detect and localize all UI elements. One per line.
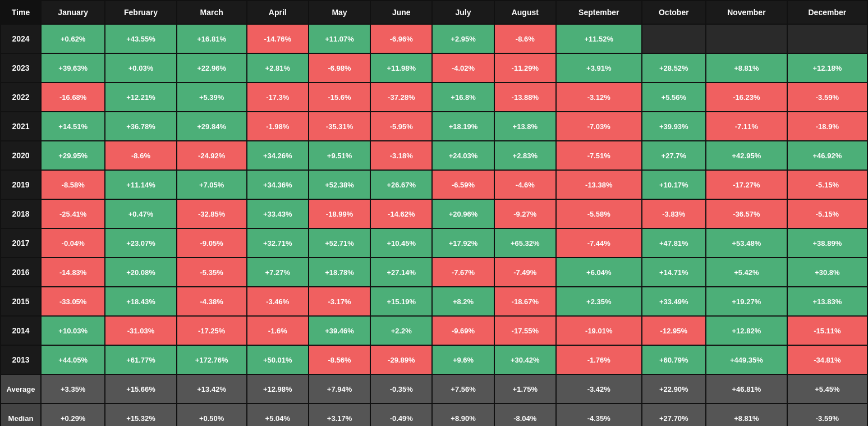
data-cell: +36.78% — [105, 112, 176, 141]
data-cell: -11.29% — [494, 53, 556, 83]
data-cell: -3.12% — [556, 83, 642, 112]
data-cell: -8.6% — [494, 24, 556, 53]
data-cell: -5.15% — [787, 199, 867, 228]
data-cell — [787, 24, 867, 53]
data-cell: +39.63% — [41, 53, 105, 83]
average-label: Average — [1, 374, 41, 404]
data-cell: +13.83% — [787, 287, 867, 316]
data-cell: +12.18% — [787, 53, 867, 83]
table-row: 2014+10.03%-31.03%-17.25%-1.6%+39.46%+2.… — [1, 316, 867, 345]
data-cell: +43.55% — [105, 24, 176, 53]
data-cell: -9.05% — [177, 228, 247, 258]
data-cell: +38.89% — [787, 228, 867, 258]
table-row: 2017-0.04%+23.07%-9.05%+32.71%+52.71%+10… — [1, 228, 867, 258]
data-cell: -7.49% — [494, 258, 556, 287]
data-cell: +29.95% — [41, 141, 105, 170]
data-cell: +15.19% — [370, 287, 432, 316]
data-cell: +60.79% — [642, 345, 706, 374]
median-cell: +27.70% — [642, 404, 706, 426]
data-cell: +52.71% — [309, 228, 370, 258]
data-cell: -32.85% — [177, 199, 247, 228]
header-december: December — [787, 1, 867, 24]
data-cell: -36.57% — [706, 199, 787, 228]
data-cell: +0.03% — [105, 53, 176, 83]
data-cell: +14.51% — [41, 112, 105, 141]
data-cell: -7.44% — [556, 228, 642, 258]
median-label: Median — [1, 404, 41, 426]
table-row: 2019-8.58%+11.14%+7.05%+34.36%+52.38%+26… — [1, 170, 867, 199]
data-cell: -14.76% — [247, 24, 309, 53]
data-cell: -4.6% — [494, 170, 556, 199]
data-cell: -33.05% — [41, 287, 105, 316]
data-table: TimeJanuaryFebruaryMarchAprilMayJuneJuly… — [0, 0, 868, 426]
table-row: 2013+44.05%+61.77%+172.76%+50.01%-8.56%-… — [1, 345, 867, 374]
average-cell: -0.35% — [370, 374, 432, 404]
data-cell: +61.77% — [105, 345, 176, 374]
data-cell: -14.62% — [370, 199, 432, 228]
data-cell: -16.23% — [706, 83, 787, 112]
table-row: 2020+29.95%-8.6%-24.92%+34.26%+9.51%-3.1… — [1, 141, 867, 170]
data-cell: -7.03% — [556, 112, 642, 141]
data-cell: -18.9% — [787, 112, 867, 141]
data-cell — [706, 24, 787, 53]
data-cell: -31.03% — [105, 316, 176, 345]
header-february: February — [105, 1, 176, 24]
header-may: May — [309, 1, 370, 24]
median-cell: -3.59% — [787, 404, 867, 426]
average-cell: +15.66% — [105, 374, 176, 404]
average-cell: +13.42% — [177, 374, 247, 404]
data-cell: -6.96% — [370, 24, 432, 53]
data-cell: +46.92% — [787, 141, 867, 170]
data-cell: -5.95% — [370, 112, 432, 141]
data-cell: +5.42% — [706, 258, 787, 287]
data-cell: -29.89% — [370, 345, 432, 374]
median-cell: +0.29% — [41, 404, 105, 426]
data-cell: +12.82% — [706, 316, 787, 345]
data-cell: -1.98% — [247, 112, 309, 141]
data-cell: +26.67% — [370, 170, 432, 199]
data-cell: -7.51% — [556, 141, 642, 170]
average-cell: +3.35% — [41, 374, 105, 404]
data-cell: +7.05% — [177, 170, 247, 199]
data-cell: +449.35% — [706, 345, 787, 374]
data-cell: +39.93% — [642, 112, 706, 141]
average-cell: +7.56% — [432, 374, 494, 404]
header-june: June — [370, 1, 432, 24]
median-row: Median+0.29%+15.32%+0.50%+5.04%+3.17%-0.… — [1, 404, 867, 426]
data-cell: +12.21% — [105, 83, 176, 112]
median-cell: -0.49% — [370, 404, 432, 426]
data-cell: -6.98% — [309, 53, 370, 83]
year-cell-2018: 2018 — [1, 199, 41, 228]
table-row: 2015-33.05%+18.43%-4.38%-3.46%-3.17%+15.… — [1, 287, 867, 316]
data-cell: -4.38% — [177, 287, 247, 316]
data-cell: +34.26% — [247, 141, 309, 170]
data-cell: +172.76% — [177, 345, 247, 374]
data-cell: -0.04% — [41, 228, 105, 258]
median-cell: +0.50% — [177, 404, 247, 426]
data-cell: +10.03% — [41, 316, 105, 345]
data-cell: +13.8% — [494, 112, 556, 141]
data-cell: -1.76% — [556, 345, 642, 374]
average-cell: +22.90% — [642, 374, 706, 404]
data-cell: -8.6% — [105, 141, 176, 170]
header-april: April — [247, 1, 309, 24]
data-cell: -8.56% — [309, 345, 370, 374]
data-cell: +0.62% — [41, 24, 105, 53]
data-cell: +5.56% — [642, 83, 706, 112]
data-cell: +0.47% — [105, 199, 176, 228]
data-cell: -3.17% — [309, 287, 370, 316]
table-row: 2016-14.83%+20.08%-5.35%+7.27%+18.78%+27… — [1, 258, 867, 287]
data-cell: +32.71% — [247, 228, 309, 258]
data-cell: -3.18% — [370, 141, 432, 170]
header-january: January — [41, 1, 105, 24]
header-august: August — [494, 1, 556, 24]
time-header: Time — [1, 1, 41, 24]
data-cell: -37.28% — [370, 83, 432, 112]
data-cell: +11.52% — [556, 24, 642, 53]
data-cell: -12.95% — [642, 316, 706, 345]
data-cell: +24.03% — [432, 141, 494, 170]
data-cell: +10.17% — [642, 170, 706, 199]
data-cell: +2.35% — [556, 287, 642, 316]
year-cell-2017: 2017 — [1, 228, 41, 258]
data-cell: -1.6% — [247, 316, 309, 345]
